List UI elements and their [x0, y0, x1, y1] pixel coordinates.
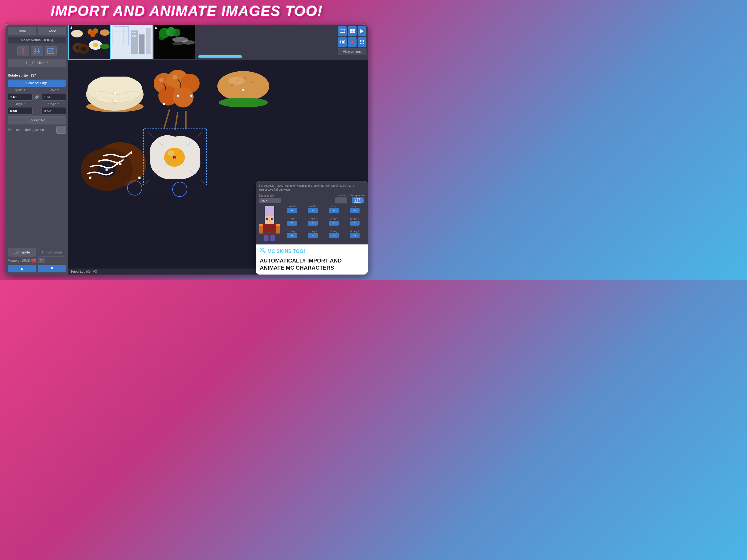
view-options-wrapper: View options: [336, 25, 368, 59]
larm-control: L Arm ✏: [282, 218, 302, 229]
view-icon-settings[interactable]: [358, 37, 366, 47]
body2-button[interactable]: ✏: [350, 208, 360, 213]
svg-point-12: [38, 48, 40, 50]
name-prefix-input[interactable]: [259, 198, 281, 203]
svg-rect-61: [342, 41, 343, 42]
view-options-button[interactable]: View options: [338, 48, 366, 55]
svg-rect-119: [269, 220, 270, 221]
scale-labels-row: Scale X Scale Y: [8, 88, 66, 92]
svg-point-84: [159, 78, 163, 82]
svg-rect-88: [190, 95, 192, 97]
scale-to-edge-button[interactable]: Scale to: Edge: [8, 80, 66, 87]
lleg-button[interactable]: ✏: [287, 233, 297, 238]
larm-button[interactable]: ✏: [287, 221, 297, 226]
canvas-area[interactable]: Fried Egg (ID: 70) For example: "steve_l…: [68, 60, 368, 275]
mc-popup-header: For example: "steve_leg_rt_0" would be t…: [256, 181, 368, 245]
unjoin-sprite-button[interactable]: Unjoin sprite: [38, 248, 66, 256]
mc-name-row: Name prefix Include Perspective: [259, 194, 365, 203]
rleg2-control: R Leg 2 ✏: [345, 230, 365, 242]
anchor-circle-1: [127, 180, 142, 196]
larm2-button[interactable]: ✏: [308, 221, 318, 226]
arrow-down-button[interactable]: ▼: [38, 265, 66, 272]
sprite-fried-egg[interactable]: [145, 130, 205, 184]
locked-button[interactable]: Locked: No: [8, 116, 66, 124]
join-sprite-button[interactable]: Join sprite: [8, 248, 36, 256]
view-icon-star[interactable]: [348, 37, 357, 47]
view-icon-filmstrip[interactable]: [338, 37, 347, 47]
svg-point-106: [168, 150, 174, 156]
svg-point-19: [52, 49, 53, 50]
origin-y-input[interactable]: 0.50: [41, 107, 66, 114]
sidebar: Undo Redo Mode: Normal (100%): [5, 25, 68, 275]
svg-rect-38: [139, 34, 145, 54]
svg-rect-103: [89, 177, 91, 179]
scale-x-input[interactable]: 1.61: [8, 93, 32, 101]
svg-rect-54: [350, 29, 352, 31]
memory-badge: (!): [31, 259, 36, 262]
head-button[interactable]: ✏: [287, 208, 297, 213]
image-icon-btn[interactable]: [45, 46, 57, 56]
svg-rect-123: [271, 235, 275, 241]
group-icon: [33, 48, 41, 54]
scene-thumb-5[interactable]: 5: [111, 25, 153, 59]
monitor-icon: [340, 29, 345, 33]
person-icon-btn[interactable]: [17, 46, 29, 56]
memory-row: Memory: 19MB (!) (?): [8, 258, 66, 263]
svg-point-6: [34, 48, 36, 50]
burger-bun-svg: [216, 71, 271, 107]
rarm-button[interactable]: ✏: [329, 221, 339, 226]
svg-point-0: [22, 48, 24, 50]
group-person-icon-btn[interactable]: [31, 46, 43, 56]
body-parts-grid: Head ✏ Head 2 ✏ Body ✏: [282, 205, 365, 242]
rarm2-control: R Arm 2 ✏: [345, 218, 365, 229]
sprite-bread[interactable]: [85, 77, 145, 112]
sprite-burger-bun[interactable]: [216, 71, 271, 107]
redo-button[interactable]: Redo: [38, 27, 66, 35]
rleg-button[interactable]: ✏: [329, 233, 339, 238]
rarm2-button[interactable]: ✏: [350, 221, 360, 226]
origin-x-input[interactable]: 0.50: [8, 107, 32, 114]
svg-rect-126: [259, 224, 263, 226]
undo-button[interactable]: Undo: [8, 27, 36, 35]
svg-rect-122: [264, 235, 268, 241]
scene-thumb-4[interactable]: 4: [68, 25, 111, 59]
include-toggle[interactable]: [335, 198, 347, 203]
scene-thumb-6[interactable]: 6: [153, 25, 196, 59]
view-icon-layers[interactable]: [348, 26, 357, 36]
mc-character-display: [259, 205, 280, 242]
view-icon-play[interactable]: [358, 26, 366, 36]
body2-control: Body 2 ✏: [345, 205, 365, 217]
body-button[interactable]: ✏: [329, 208, 339, 213]
rleg2-button[interactable]: ✏: [350, 233, 360, 238]
view-icon-monitor[interactable]: [338, 26, 347, 36]
keep-sprite-checkbox[interactable]: [56, 126, 66, 134]
mc-popup-body-title: ⛏ MC SKINS TOO!: [260, 248, 364, 255]
svg-rect-104: [138, 177, 140, 179]
svg-line-17: [38, 52, 40, 54]
scale-y-input[interactable]: 1.61: [41, 93, 66, 101]
mc-popup-body-text: AUTOMATICALLY IMPORT AND ANIMATE MC CHAR…: [260, 257, 364, 271]
scene-scrollbar[interactable]: [198, 55, 242, 58]
head2-button[interactable]: ✏: [308, 208, 318, 213]
svg-rect-55: [353, 29, 355, 31]
svg-rect-62: [343, 41, 344, 42]
lag-problems-button[interactable]: Lag Problems?: [8, 59, 66, 67]
svg-rect-117: [266, 218, 268, 220]
star-icon: [350, 40, 355, 45]
svg-rect-63: [340, 42, 341, 44]
svg-point-85: [173, 75, 177, 79]
play-icon: [360, 29, 364, 33]
question-button[interactable]: (?): [38, 258, 45, 263]
mc-character-svg: [259, 205, 280, 242]
lleg2-button[interactable]: ✏: [308, 233, 318, 238]
svg-rect-75: [114, 92, 116, 94]
svg-point-50: [172, 42, 183, 45]
person-icon: [20, 48, 26, 54]
svg-rect-37: [131, 30, 138, 54]
perspective-toggle[interactable]: [352, 198, 364, 203]
arrow-up-button[interactable]: ▲: [8, 265, 36, 272]
sprite-takoyaki[interactable]: [148, 68, 205, 131]
svg-rect-102: [119, 163, 121, 165]
head-control: Head ✏: [282, 205, 302, 217]
svg-rect-56: [350, 31, 352, 33]
